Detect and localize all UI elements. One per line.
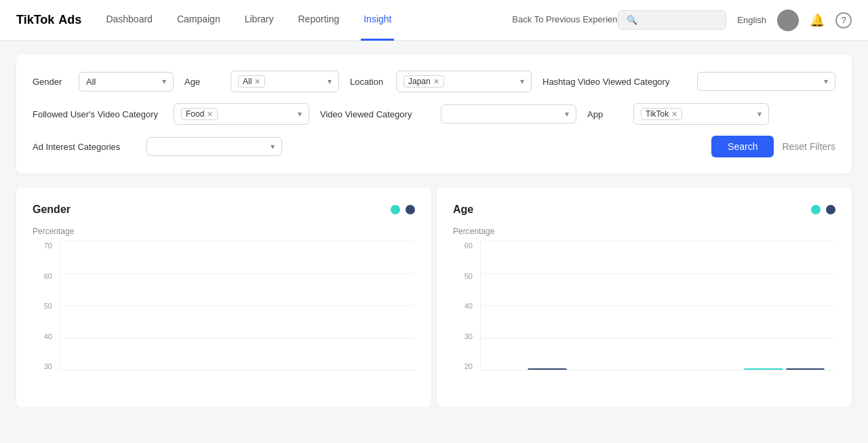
app-select[interactable]: TikTok ✕ ▾ [633, 103, 769, 125]
action-group: Search Reset Filters [711, 136, 835, 157]
gender-chart-card: Gender Percentage 30 40 50 60 70 [16, 187, 431, 407]
age-legend [811, 205, 835, 214]
gender-y-axis-label: Percentage [33, 227, 415, 236]
filter-row-3: Ad Interest Categories ▾ Search Reset Fi… [33, 136, 835, 157]
age-select[interactable]: All ✕ ▾ [231, 71, 339, 92]
location-chevron-icon: ▾ [520, 77, 524, 86]
location-filter-group: Location Japan ✕ ▾ [350, 71, 532, 92]
age-bar-group-4 [744, 368, 825, 370]
followed-chip-close-icon[interactable]: ✕ [207, 110, 213, 119]
location-select[interactable]: Japan ✕ ▾ [396, 71, 532, 92]
filter-panel: Gender All ▾ Age All ✕ ▾ Location Japan … [16, 54, 852, 174]
header: TikTok Ads Dashboard Campaign Library Re… [0, 0, 868, 41]
age-y-label-50: 50 [453, 272, 477, 280]
video-viewed-select[interactable]: ▾ [441, 104, 576, 123]
gender-bars [60, 242, 415, 370]
avatar[interactable] [777, 9, 799, 31]
app-filter-group: App TikTok ✕ ▾ [587, 103, 769, 125]
search-icon: 🔍 [627, 15, 637, 25]
back-to-previous-btn[interactable]: Back To Previous Experience [512, 14, 607, 26]
logo[interactable]: TikTok Ads [16, 13, 81, 27]
language-selector[interactable]: English [737, 15, 766, 25]
gender-filter-group: Gender All ▾ [33, 72, 174, 92]
nav-insight[interactable]: Insight [361, 0, 394, 41]
followed-chip: Food ✕ [181, 108, 218, 120]
age-y-label-40: 40 [453, 302, 477, 310]
hashtag-filter-group: Hashtag Video Viewed Category ▾ [542, 72, 835, 91]
gender-chart-title: Gender [33, 204, 71, 216]
age-bar-group-1 [486, 368, 567, 370]
nav-library[interactable]: Library [242, 0, 277, 41]
followed-select[interactable]: Food ✕ ▾ [174, 103, 309, 125]
hashtag-label: Hashtag Video Viewed Category [542, 77, 692, 87]
help-icon[interactable]: ? [835, 12, 852, 28]
location-chip: Japan ✕ [403, 75, 444, 88]
y-label-50: 50 [33, 302, 56, 310]
nav-right: Back To Previous Experience 🔍 English 🔔 … [512, 9, 852, 31]
y-label-40: 40 [33, 332, 56, 341]
location-label: Location [350, 77, 391, 87]
y-label-70: 70 [33, 242, 56, 250]
filter-row-1: Gender All ▾ Age All ✕ ▾ Location Japan … [33, 71, 835, 92]
video-viewed-chevron-icon: ▾ [565, 109, 569, 119]
age-y-label-20: 20 [453, 362, 477, 370]
gender-select[interactable]: All ▾ [79, 72, 174, 92]
followed-chevron-icon: ▾ [298, 109, 302, 119]
hashtag-select[interactable]: ▾ [697, 72, 835, 91]
ad-interest-filter-group: Ad Interest Categories ▾ [33, 137, 282, 156]
age-legend-navy-dot [826, 205, 835, 214]
age-bar-teal-4 [744, 368, 783, 370]
age-y-axis-label: Percentage [453, 227, 835, 236]
age-chart-header: Age [453, 204, 835, 216]
gender-bar-chart: 30 40 50 60 70 [33, 242, 415, 391]
logo-text: TikTok [16, 13, 54, 27]
gender-legend [391, 205, 415, 214]
header-search[interactable]: 🔍 [618, 10, 726, 30]
nav-campaign[interactable]: Campaign [174, 0, 223, 41]
location-chip-close-icon[interactable]: ✕ [433, 77, 439, 86]
gender-chart-header: Gender [33, 204, 415, 216]
gender-value: All [86, 77, 96, 87]
reset-filters-button[interactable]: Reset Filters [782, 141, 835, 152]
gender-label: Gender [33, 77, 73, 87]
age-legend-teal-dot [811, 205, 821, 214]
gender-legend-teal-dot [391, 205, 400, 214]
app-chip-close-icon[interactable]: ✕ [671, 110, 677, 119]
app-label: App [587, 109, 628, 119]
bell-icon[interactable]: 🔔 [810, 13, 825, 28]
followed-label: Followed User's Video Category [33, 109, 168, 119]
followed-filter-group: Followed User's Video Category Food ✕ ▾ [33, 103, 309, 125]
age-chip-close-icon[interactable]: ✕ [254, 77, 260, 86]
logo-ads: Ads [58, 13, 81, 27]
age-label: Age [184, 77, 225, 87]
age-chip: All ✕ [238, 75, 265, 88]
age-chart-card: Age Percentage 20 30 40 50 60 [437, 187, 852, 407]
ad-interest-chevron-icon: ▾ [271, 142, 275, 151]
search-button[interactable]: Search [711, 136, 774, 157]
nav-dashboard[interactable]: Dashboard [103, 0, 155, 41]
age-bar-navy-4 [786, 368, 825, 370]
charts-row: Gender Percentage 30 40 50 60 70 [16, 187, 852, 407]
video-viewed-label: Video Viewed Category [320, 109, 435, 119]
ad-interest-select[interactable]: ▾ [146, 137, 282, 156]
app-chevron-icon: ▾ [757, 109, 762, 119]
age-y-label-30: 30 [453, 332, 477, 341]
hashtag-chevron-icon: ▾ [824, 77, 828, 86]
age-bars [480, 242, 835, 370]
y-label-30: 30 [33, 362, 56, 370]
age-y-label-60: 60 [453, 242, 477, 250]
ad-interest-label: Ad Interest Categories [33, 142, 141, 152]
age-filter-group: Age All ✕ ▾ [184, 71, 339, 92]
filter-row-2: Followed User's Video Category Food ✕ ▾ … [33, 103, 835, 125]
age-chevron-icon: ▾ [328, 77, 332, 86]
age-bar-navy-1 [528, 368, 566, 370]
nav-reporting[interactable]: Reporting [296, 0, 342, 41]
age-chart-title: Age [453, 204, 473, 216]
gender-chevron-icon: ▾ [162, 77, 166, 86]
age-bar-chart: 20 30 40 50 60 [453, 242, 835, 391]
video-viewed-filter-group: Video Viewed Category ▾ [320, 104, 576, 123]
y-label-60: 60 [33, 272, 56, 280]
gender-legend-navy-dot [406, 205, 415, 214]
gender-y-axis: 30 40 50 60 70 [33, 242, 56, 370]
age-y-axis: 20 30 40 50 60 [453, 242, 477, 370]
